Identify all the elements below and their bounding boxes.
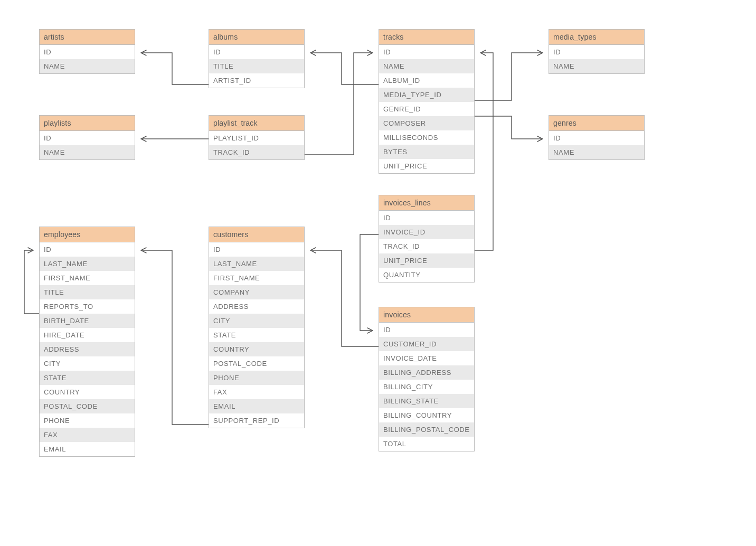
table-column: ID: [379, 211, 474, 225]
table-column: REPORTS_TO: [40, 299, 135, 314]
table-column: ADDRESS: [209, 299, 304, 314]
table-column: INVOICE_DATE: [379, 351, 474, 365]
table-column: MILLISECONDS: [379, 130, 474, 145]
table-column: PHONE: [40, 413, 135, 428]
table-tracks[interactable]: tracksIDNAMEALBUM_IDMEDIA_TYPE_IDGENRE_I…: [379, 29, 475, 174]
table-header: genres: [549, 116, 644, 131]
table-column: STATE: [40, 371, 135, 385]
table-column: QUANTITY: [379, 268, 474, 282]
table-column: BILLING_COUNTRY: [379, 408, 474, 422]
table-column: CITY: [40, 356, 135, 371]
table-column: ID: [209, 242, 304, 257]
table-header: playlist_track: [209, 116, 304, 131]
table-column: TITLE: [209, 59, 304, 73]
table-column: ID: [379, 45, 474, 59]
table-column: TOTAL: [379, 437, 474, 451]
table-column: UNIT_PRICE: [379, 253, 474, 268]
table-column: SUPPORT_REP_ID: [209, 413, 304, 428]
table-column: ADDRESS: [40, 342, 135, 356]
table-header: media_types: [549, 30, 644, 45]
table-column: EMAIL: [40, 442, 135, 456]
table-column: FAX: [209, 385, 304, 399]
table-media_types[interactable]: media_typesIDNAME: [549, 29, 645, 74]
table-column: TRACK_ID: [379, 239, 474, 253]
table-column: GENRE_ID: [379, 102, 474, 116]
table-playlists[interactable]: playlistsIDNAME: [39, 115, 135, 160]
table-column: ARTIST_ID: [209, 73, 304, 88]
table-column: TITLE: [40, 285, 135, 299]
table-column: COMPOSER: [379, 116, 474, 130]
table-header: employees: [40, 227, 135, 242]
table-column: UNIT_PRICE: [379, 159, 474, 173]
table-column: INVOICE_ID: [379, 225, 474, 239]
table-header: customers: [209, 227, 304, 242]
table-column: POSTAL_CODE: [209, 356, 304, 371]
table-playlist_track[interactable]: playlist_trackPLAYLIST_IDTRACK_ID: [209, 115, 305, 160]
table-genres[interactable]: genresIDNAME: [549, 115, 645, 160]
table-employees[interactable]: employeesIDLAST_NAMEFIRST_NAMETITLEREPOR…: [39, 227, 135, 457]
table-column: ID: [209, 45, 304, 59]
table-column: ID: [40, 45, 135, 59]
table-column: BIRTH_DATE: [40, 314, 135, 328]
table-column: BILLING_CITY: [379, 380, 474, 394]
table-column: POSTAL_CODE: [40, 399, 135, 413]
table-column: ID: [549, 45, 644, 59]
table-column: MEDIA_TYPE_ID: [379, 88, 474, 102]
table-column: BILLING_STATE: [379, 394, 474, 408]
table-header: invoices: [379, 307, 474, 323]
table-column: NAME: [549, 59, 644, 73]
table-albums[interactable]: albumsIDTITLEARTIST_ID: [209, 29, 305, 88]
table-invoices_lines[interactable]: invoices_linesIDINVOICE_IDTRACK_IDUNIT_P…: [379, 195, 475, 283]
table-customers[interactable]: customersIDLAST_NAMEFIRST_NAMECOMPANYADD…: [209, 227, 305, 428]
table-header: artists: [40, 30, 135, 45]
table-column: EMAIL: [209, 399, 304, 413]
table-column: NAME: [379, 59, 474, 73]
table-header: invoices_lines: [379, 195, 474, 211]
table-column: BILLING_POSTAL_CODE: [379, 422, 474, 437]
table-column: FIRST_NAME: [209, 271, 304, 285]
table-column: ID: [549, 131, 644, 145]
table-artists[interactable]: artistsIDNAME: [39, 29, 135, 74]
table-column: PLAYLIST_ID: [209, 131, 304, 145]
table-column: BILLING_ADDRESS: [379, 365, 474, 380]
table-column: CITY: [209, 314, 304, 328]
table-column: PHONE: [209, 371, 304, 385]
table-column: FIRST_NAME: [40, 271, 135, 285]
table-column: ID: [40, 131, 135, 145]
table-column: ID: [379, 323, 474, 337]
table-column: ID: [40, 242, 135, 257]
table-column: TRACK_ID: [209, 145, 304, 159]
table-column: NAME: [40, 145, 135, 159]
table-invoices[interactable]: invoicesIDCUSTOMER_IDINVOICE_DATEBILLING…: [379, 307, 475, 451]
table-header: playlists: [40, 116, 135, 131]
table-column: STATE: [209, 328, 304, 342]
table-header: albums: [209, 30, 304, 45]
table-column: FAX: [40, 428, 135, 442]
table-column: NAME: [40, 59, 135, 73]
table-column: COUNTRY: [40, 385, 135, 399]
table-column: HIRE_DATE: [40, 328, 135, 342]
table-column: NAME: [549, 145, 644, 159]
table-column: LAST_NAME: [40, 257, 135, 271]
table-column: ALBUM_ID: [379, 73, 474, 88]
er-diagram-canvas: artistsIDNAMEalbumsIDTITLEARTIST_IDtrack…: [0, 0, 756, 546]
table-column: LAST_NAME: [209, 257, 304, 271]
table-column: COMPANY: [209, 285, 304, 299]
table-header: tracks: [379, 30, 474, 45]
table-column: CUSTOMER_ID: [379, 337, 474, 351]
table-column: COUNTRY: [209, 342, 304, 356]
table-column: BYTES: [379, 145, 474, 159]
